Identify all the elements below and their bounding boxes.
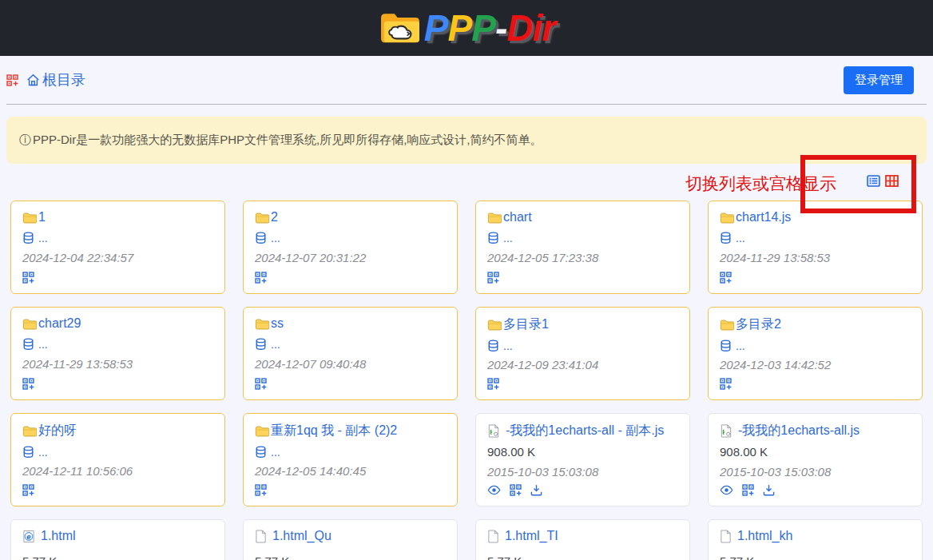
item-name-link[interactable]: 1.html (41, 529, 76, 543)
item-actions (487, 378, 678, 391)
item-name-link[interactable]: 1.html_TI (505, 529, 558, 543)
info-icon: ⓘ (19, 133, 31, 148)
item-meta-row: ... (720, 232, 911, 244)
item-name-link[interactable]: 1.html_Qu (272, 529, 332, 543)
folder-icon (22, 212, 37, 224)
logo-letter: P (424, 7, 448, 49)
qrcode-icon[interactable] (22, 484, 34, 496)
folder-card: 好的呀...2024-12-11 10:56:06 (10, 413, 225, 506)
item-name-row: 1 (22, 210, 213, 224)
item-name-link[interactable]: 好的呀 (38, 423, 77, 439)
qrcode-icon[interactable] (742, 484, 754, 496)
login-admin-button[interactable]: 登录管理 (844, 66, 914, 94)
item-actions (255, 378, 446, 391)
item-name-row: 1.html_kh (720, 529, 911, 543)
item-actions (22, 378, 213, 391)
download-icon[interactable] (530, 484, 542, 496)
qrcode-icon[interactable] (487, 272, 499, 284)
folder-meta-ellipsis: ... (271, 232, 280, 244)
item-date: 2024-12-07 20:31:22 (255, 251, 446, 264)
folder-card: chart29...2024-11-29 13:58:53 (10, 307, 225, 400)
file-card: 1.html_kh5.77 K (708, 519, 923, 560)
qrcode-icon[interactable] (22, 272, 34, 284)
qrcode-red-icon[interactable] (6, 74, 18, 86)
item-name-link[interactable]: -我我的1echarts-all - 副本.js (506, 423, 664, 439)
view-toggle-bar (0, 164, 933, 201)
folder-card: chart14.js...2024-11-29 13:58:53 (708, 201, 923, 294)
item-meta-row: ... (255, 338, 446, 351)
item-name-link[interactable]: 重新1qq 我 - 副本 (2)2 (271, 423, 397, 439)
breadcrumb[interactable]: 根目录 (26, 70, 85, 89)
item-name-row: ss (255, 316, 446, 331)
folder-icon (255, 212, 269, 224)
item-name-link[interactable]: 多目录1 (503, 316, 549, 333)
file-size: 5.77 K (22, 554, 57, 560)
eye-icon[interactable] (487, 485, 501, 495)
grid-view-icon[interactable] (885, 175, 899, 187)
item-name-link[interactable]: chart14.js (736, 210, 791, 224)
item-date: 2024-12-07 09:40:48 (255, 357, 446, 371)
list-view-icon[interactable] (867, 175, 880, 187)
database-icon (22, 446, 34, 459)
qrcode-icon[interactable] (720, 272, 732, 284)
item-meta-row: ... (22, 338, 213, 351)
download-icon[interactable] (763, 484, 775, 496)
item-grid: 1...2024-12-04 22:34:572...2024-12-07 20… (0, 201, 933, 560)
item-name-row: e1.html (22, 529, 213, 543)
item-meta-row: ... (255, 446, 446, 459)
database-icon (255, 338, 267, 351)
item-name-row: 多目录2 (720, 316, 911, 333)
item-name-link[interactable]: 1 (38, 210, 46, 224)
folder-meta-ellipsis: ... (38, 338, 48, 351)
database-icon (255, 232, 267, 244)
app-header: PPP-Dir (0, 0, 933, 56)
item-date: 2024-12-05 14:40:45 (255, 464, 446, 478)
item-meta-row: 5.77 K (720, 554, 911, 560)
home-icon (26, 73, 40, 86)
item-name-row: 2 (255, 210, 446, 224)
file-size: 5.77 K (255, 554, 289, 560)
eye-icon[interactable] (720, 485, 733, 495)
item-name-row: 1.html_TI (487, 529, 678, 543)
file-card: -我我的1echarts-all.js908.00 K2015-10-03 15… (708, 413, 923, 506)
folder-meta-ellipsis: ... (38, 446, 48, 459)
qrcode-icon[interactable] (255, 484, 267, 496)
item-date: 2015-10-03 15:03:08 (487, 465, 678, 479)
folder-meta-ellipsis: ... (271, 446, 280, 459)
item-meta-row: ... (487, 340, 678, 352)
html-file-icon: e (22, 530, 35, 543)
qrcode-icon[interactable] (720, 378, 732, 390)
qrcode-icon[interactable] (255, 272, 267, 284)
qrcode-icon[interactable] (22, 378, 34, 390)
qrcode-icon[interactable] (487, 378, 499, 390)
item-name-link[interactable]: 2 (271, 210, 278, 224)
folder-card: 重新1qq 我 - 副本 (2)2...2024-12-05 14:40:45 (243, 413, 458, 506)
qrcode-icon[interactable] (255, 378, 267, 390)
item-actions (720, 272, 911, 284)
item-date: 2024-11-29 13:58:53 (720, 251, 911, 264)
item-name-link[interactable]: -我我的1echarts-all.js (738, 423, 860, 439)
item-name-row: 好的呀 (22, 423, 213, 439)
item-name-link[interactable]: ss (271, 316, 284, 331)
item-name-row: chart29 (22, 316, 213, 331)
item-date: 2024-12-09 23:41:04 (487, 358, 678, 371)
item-date: 2024-12-05 17:23:38 (487, 251, 678, 264)
file-size: 5.77 K (487, 554, 522, 560)
item-name-link[interactable]: chart29 (38, 316, 81, 331)
file-icon (487, 530, 499, 543)
folder-card: 1...2024-12-04 22:34:57 (10, 201, 225, 294)
item-name-link[interactable]: chart (503, 210, 532, 224)
breadcrumb-root-label: 根目录 (42, 70, 85, 89)
folder-meta-ellipsis: ... (271, 338, 280, 351)
folder-meta-ellipsis: ... (736, 232, 745, 244)
item-name-row: 多目录1 (487, 316, 678, 333)
folder-card: 多目录1...2024-12-09 23:41:04 (475, 307, 690, 400)
item-name-link[interactable]: 1.html_kh (737, 529, 792, 543)
item-name-link[interactable]: 多目录2 (736, 316, 781, 333)
qrcode-icon[interactable] (510, 484, 522, 496)
logo-letter: r (542, 7, 555, 49)
item-actions (720, 484, 911, 497)
svg-text:e: e (26, 531, 30, 540)
folder-meta-ellipsis: ... (736, 340, 745, 352)
folder-icon (720, 212, 734, 224)
